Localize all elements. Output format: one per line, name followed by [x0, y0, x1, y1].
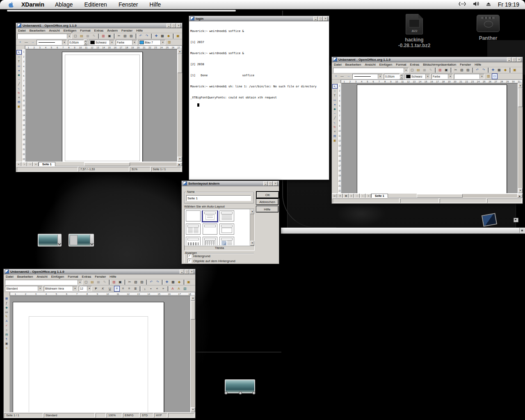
- separator[interactable]: [135, 34, 137, 39]
- italic-button[interactable]: K: [100, 286, 106, 292]
- highlighting-icon[interactable]: A: [176, 286, 182, 292]
- last-page-button[interactable]: »: [33, 162, 39, 167]
- arrange-tool[interactable]: ▤: [333, 134, 337, 138]
- view-outline-button[interactable]: ≡: [338, 194, 343, 198]
- line-style-combo[interactable]: ▼: [352, 74, 383, 79]
- chevron-down-icon[interactable]: ▼: [87, 286, 91, 291]
- spin-down-icon[interactable]: ▼: [84, 42, 87, 45]
- camera-icon[interactable]: ▣: [175, 33, 181, 39]
- minimize-button[interactable]: ▁: [507, 57, 511, 62]
- separator[interactable]: [146, 280, 147, 285]
- ellipse-tool[interactable]: ●: [333, 103, 337, 107]
- select-tool[interactable]: ↖: [332, 84, 338, 89]
- separator[interactable]: [139, 286, 141, 291]
- spin-down-icon[interactable]: ▼: [399, 76, 403, 79]
- separator[interactable]: [472, 68, 473, 73]
- view-slide-button[interactable]: ▦: [343, 194, 349, 198]
- print-icon[interactable]: ▣: [117, 279, 123, 285]
- font-color-icon[interactable]: A: [170, 286, 176, 292]
- menu-item[interactable]: Ansicht: [49, 29, 59, 32]
- gallery-icon[interactable]: ◆: [176, 279, 182, 285]
- align-right-icon[interactable]: ≡: [126, 286, 132, 292]
- line-width-spinner[interactable]: 0,00cm▲▼: [68, 40, 88, 45]
- minimize-button[interactable]: ▁: [313, 16, 318, 21]
- mac-menu-item[interactable]: Hilfe: [149, 1, 161, 8]
- desktop-icon-panther-disk[interactable]: Panther: [463, 15, 513, 41]
- ok-button[interactable]: OK: [256, 191, 279, 199]
- separator[interactable]: [173, 34, 174, 39]
- layout-title-subtitle[interactable]: [203, 210, 217, 221]
- menu-item[interactable]: Ansicht: [365, 63, 375, 66]
- navigator-icon[interactable]: ✚: [490, 67, 496, 73]
- page-tab[interactable]: Seite 1: [371, 194, 388, 198]
- copy-icon[interactable]: ▧: [133, 279, 139, 285]
- chevron-down-icon[interactable]: ▼: [110, 40, 114, 45]
- new-document-icon[interactable]: ▢: [73, 33, 78, 39]
- scrollbar-thumb[interactable]: [84, 162, 130, 166]
- mac-menu-item[interactable]: Fenster: [119, 1, 138, 8]
- numbering-icon[interactable]: ₁: [142, 286, 148, 292]
- scroll-right-icon[interactable]: ▶: [517, 194, 523, 198]
- menu-item[interactable]: Einfügen: [64, 29, 77, 32]
- fill-style-combo[interactable]: Farbe▼: [116, 40, 137, 45]
- volume-icon[interactable]: [473, 1, 479, 8]
- writer-titlebar[interactable]: Unbenannt2 - OpenOffice.org 1.1.0 ▁▢✕: [4, 269, 195, 274]
- new-document-icon[interactable]: ▢: [409, 67, 415, 73]
- menu-item[interactable]: Datei: [6, 275, 14, 278]
- arrowheads-icon[interactable]: →: [30, 39, 35, 45]
- connector-tool[interactable]: ┐: [17, 87, 21, 91]
- next-page-button[interactable]: ›: [360, 194, 365, 198]
- close-button[interactable]: ✕: [189, 269, 194, 274]
- scrollbar-track[interactable]: [130, 162, 177, 166]
- camera-icon[interactable]: ▣: [186, 279, 192, 285]
- text-tool[interactable]: T: [333, 94, 337, 98]
- layout-title-frame[interactable]: [219, 224, 234, 235]
- decrease-indent-icon[interactable]: «: [154, 286, 160, 292]
- autotext-tool[interactable]: A: [5, 319, 9, 323]
- input-menu-icon[interactable]: [458, 1, 466, 8]
- rotate-tool[interactable]: ↻: [333, 125, 337, 129]
- paste-icon[interactable]: ▨: [128, 33, 134, 39]
- scrollbar-thumb[interactable]: [518, 88, 523, 107]
- open-icon[interactable]: ▤: [415, 67, 421, 73]
- scroll-down-icon[interactable]: ▼: [250, 241, 254, 246]
- new-document-icon[interactable]: ▢: [83, 279, 89, 285]
- arrange-tool[interactable]: ▤: [17, 100, 21, 104]
- widget-knob[interactable]: [239, 391, 242, 395]
- scrollbar-end-box[interactable]: [519, 228, 525, 233]
- chevron-down-icon[interactable]: ▼: [479, 74, 484, 79]
- redo-icon[interactable]: ↷: [481, 67, 486, 73]
- navigator-icon[interactable]: ✚: [153, 33, 159, 39]
- menu-item[interactable]: Format: [80, 29, 90, 32]
- checkbox-checked-icon[interactable]: ✓: [187, 259, 192, 263]
- select-tool[interactable]: ↖: [16, 50, 22, 55]
- cut-icon[interactable]: ✂: [116, 33, 122, 39]
- edit-file-icon[interactable]: ✎: [428, 67, 434, 73]
- fill-color-combo[interactable]: ▼: [454, 74, 484, 79]
- underline-button[interactable]: U: [107, 286, 113, 292]
- insert-fields-tool[interactable]: ƒ: [5, 301, 9, 305]
- fill-color-combo[interactable]: Blau 7▼: [138, 40, 165, 45]
- previous-page-button[interactable]: ‹: [22, 162, 27, 167]
- minimize-button[interactable]: ▁: [167, 23, 171, 28]
- insert-tool[interactable]: ▣: [333, 139, 337, 143]
- background-window-scrollbar-fragment[interactable]: [281, 228, 525, 234]
- scrollbar-thumb[interactable]: [191, 301, 195, 320]
- justify-icon[interactable]: ≣: [132, 286, 138, 292]
- ellipse-tool[interactable]: ●: [17, 68, 21, 73]
- url-combo[interactable]: ▼: [333, 68, 409, 73]
- next-page-button[interactable]: ›: [27, 162, 33, 167]
- minimize-button[interactable]: ▁: [263, 181, 268, 186]
- copy-icon[interactable]: ▧: [122, 33, 128, 39]
- teal-widget-3[interactable]: [225, 379, 255, 393]
- scroll-up-icon[interactable]: ▲: [178, 49, 182, 54]
- spellcheck-tool[interactable]: ✓: [5, 324, 9, 328]
- xterm-titlebar[interactable]: login ▁▢✕: [189, 16, 329, 21]
- edit-file-icon[interactable]: ✎: [91, 33, 97, 39]
- zoom-tool[interactable]: ○: [333, 89, 337, 93]
- desktop-tiny-icon[interactable]: [514, 218, 518, 222]
- chevron-down-icon[interactable]: ▼: [78, 280, 82, 285]
- minimize-button[interactable]: ▁: [180, 269, 184, 274]
- alignment-tool[interactable]: ≡: [17, 96, 21, 100]
- menu-item[interactable]: Fenster: [460, 63, 471, 66]
